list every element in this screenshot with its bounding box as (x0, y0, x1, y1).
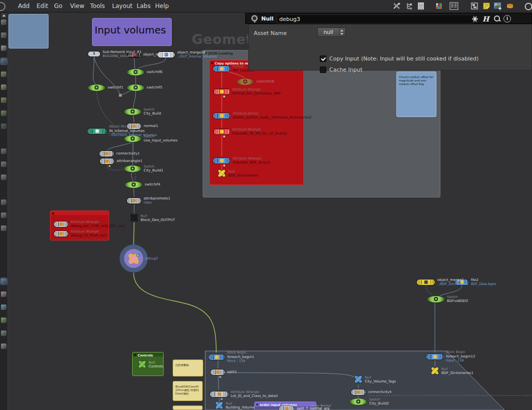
menu-item-edit[interactable]: Edit (37, 0, 48, 12)
cn-note-1[interactable]: 台阶调整标 (173, 360, 203, 376)
tools-wrench-icon[interactable] (393, 2, 401, 10)
node-switchif1[interactable] (88, 84, 105, 91)
checkbox-checked[interactable] (320, 56, 326, 62)
node-connectivity4[interactable] (351, 390, 365, 395)
shelf-tool-icon-18[interactable] (1, 318, 7, 323)
input-volumes-note[interactable]: Input volumes (92, 18, 172, 46)
shelf-tool-icon-14[interactable] (1, 226, 7, 231)
shelf-tool-icon-8[interactable] (1, 124, 7, 129)
layout-grid-icon[interactable] (449, 2, 457, 10)
operator-type-label: Null (261, 16, 274, 22)
blue-corner-box[interactable] (9, 14, 49, 48)
info-icon[interactable]: i (503, 15, 511, 22)
node-attribpromote1[interactable] (127, 198, 141, 204)
asset-name-dropdown[interactable]: null (317, 28, 339, 37)
display-flag-dot[interactable] (137, 254, 139, 256)
shelf-tool-icon-6[interactable] (1, 98, 7, 103)
gamepad-box-icon[interactable] (506, 2, 514, 10)
node-delete-python[interactable] (213, 113, 230, 118)
node-split-t-normal[interactable] (279, 406, 294, 410)
shelf-tool-icon-0[interactable] (1, 20, 7, 25)
node-lot-id-wrangle[interactable] (210, 392, 228, 397)
node-bdf-dictionaries1[interactable] (431, 367, 439, 375)
menu-item-go[interactable]: Go (54, 0, 63, 12)
node-junction1[interactable] (119, 94, 122, 96)
toolbar-scroll-up-button[interactable] (1, 13, 7, 18)
shelf-tool-icon-11[interactable] (1, 174, 7, 180)
shelf-tool-icon-12[interactable] (1, 200, 7, 205)
shelf-tool-icon-19[interactable] (1, 330, 7, 336)
shelf-tool-icon-7[interactable] (1, 110, 7, 116)
shelf-tool-icon-20[interactable] (1, 344, 7, 349)
node-bm-loadbdf[interactable] (213, 66, 230, 72)
menu-item-view[interactable]: View (70, 0, 84, 12)
node-controls-null[interactable] (138, 360, 146, 368)
shelf-tool-icon-15[interactable] (1, 278, 7, 284)
node-city-build2-switch[interactable] (350, 398, 367, 405)
node-switchif6[interactable] (127, 69, 144, 76)
shelf-tool-icon-16[interactable] (1, 292, 7, 297)
shelf-tool-icon-17[interactable] (1, 304, 7, 310)
box-collapse-dot[interactable] (211, 62, 213, 64)
module-offset-note[interactable]: Checks module offset for magnitude and s… (396, 72, 436, 117)
node-city-build-switch[interactable] (124, 108, 141, 115)
operator-type-icon[interactable] (251, 15, 258, 22)
copy-options-box[interactable]: Copy options to multi and all loading (209, 60, 304, 185)
gear-settings-icon[interactable] (471, 15, 479, 23)
panes-icon[interactable] (470, 2, 478, 10)
node-city-volume-tags[interactable] (354, 376, 362, 384)
node-populate-bdf[interactable] (213, 158, 230, 164)
shelf-tool-icon-1[interactable] (1, 32, 7, 38)
node-subnet-input1[interactable]: 1 (88, 52, 100, 56)
search-icon[interactable] (493, 15, 501, 23)
shelf-tool-icon-13[interactable] (1, 212, 7, 218)
asset-name-spinner[interactable] (338, 28, 346, 37)
tree-view-icon[interactable] (405, 2, 413, 10)
shelf-tool-icon-3[interactable] (1, 58, 7, 64)
node-bdfvsbgeo[interactable] (427, 296, 444, 302)
menu-item-tools[interactable]: Tools (90, 0, 105, 12)
node-block-geo-output[interactable] (130, 214, 138, 222)
box-collapse-dot[interactable] (52, 212, 54, 214)
node-switchif5[interactable] (127, 84, 144, 91)
box-collapse-dot[interactable] (256, 404, 258, 406)
shelf-tool-icon-4[interactable] (1, 72, 7, 77)
menu-item-help[interactable]: Help (155, 0, 169, 12)
node-populate-se[interactable] (214, 129, 230, 134)
node-connectivity1[interactable] (100, 151, 114, 156)
checkbox-unchecked[interactable] (320, 66, 326, 73)
node-building-volume[interactable] (215, 402, 223, 410)
image-add-icon[interactable] (493, 2, 501, 10)
ring-icon[interactable] (524, 2, 532, 10)
menu-item-labs[interactable]: Labs (137, 0, 151, 12)
node-switchif4[interactable] (125, 182, 142, 188)
shelf-tool-icon-2[interactable] (1, 46, 7, 51)
color-palette-icon[interactable] (435, 2, 443, 10)
node-foreach_begin12[interactable] (426, 354, 443, 360)
shelf-tool-icon-10[interactable] (1, 162, 7, 167)
cn-note-3[interactable] (173, 406, 203, 410)
list-view-icon[interactable] (417, 2, 425, 10)
node-debug-wrangle-2[interactable] (54, 231, 68, 236)
node-debug-wrangle-1[interactable] (54, 222, 68, 227)
shelf-tool-icon-5[interactable] (1, 84, 7, 90)
node-name-input[interactable] (277, 14, 474, 24)
node-bdf-dictionaries[interactable] (218, 170, 226, 178)
network-editor[interactable]: Geometry JSON LoadingCopy options to mul… (8, 12, 532, 410)
node-city-build1-switch[interactable] (124, 166, 141, 172)
cn-note-2[interactable]: 将LodID和ClassID从Prim属性 转移到Detail属性 (173, 381, 203, 401)
sticky-note-icon[interactable] (482, 2, 490, 10)
node-foreach_begin1[interactable] (209, 354, 225, 360)
menu-item-add[interactable]: Add (18, 0, 30, 12)
node-in-internal-volumes[interactable] (88, 128, 107, 134)
node-split1[interactable] (211, 370, 225, 375)
menu-item-layout[interactable]: Layout (112, 0, 133, 12)
node-format-ilex[interactable] (214, 89, 230, 94)
node-attribwrangle1[interactable] (100, 158, 114, 164)
node-switchif16[interactable] (237, 78, 254, 85)
node-icon (220, 90, 224, 94)
box-collapse-dot[interactable] (134, 354, 136, 356)
houdini-logo-icon[interactable]: H (482, 15, 491, 23)
shelf-tool-icon-9[interactable] (1, 148, 7, 154)
node-object_merge3[interactable] (417, 280, 435, 285)
